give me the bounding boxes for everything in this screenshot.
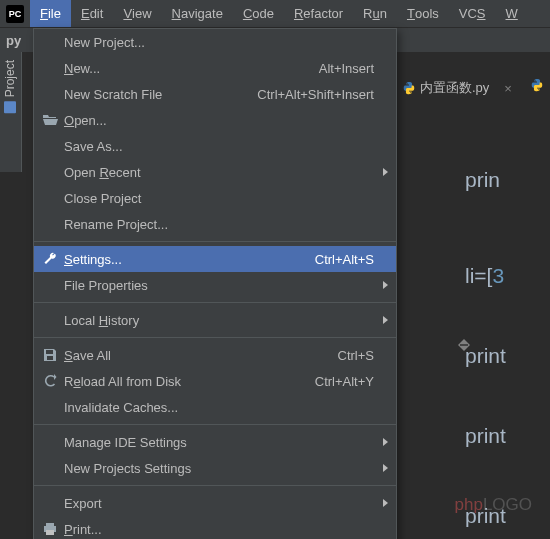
block-separator-icon [457,338,471,352]
menu-window[interactable]: W [496,0,528,27]
menu-edit[interactable]: Edit [71,0,113,27]
print-icon [42,521,58,537]
svg-rect-2 [47,356,53,360]
submenu-arrow-icon [383,316,388,324]
menu-separator [34,424,396,425]
svg-rect-0 [460,344,468,345]
svg-rect-1 [46,350,53,354]
menu-separator [34,485,396,486]
open-folder-icon [42,112,58,128]
menuitem-settings[interactable]: Settings... Ctrl+Alt+S [34,246,396,272]
menuitem-reload[interactable]: Reload All from Disk Ctrl+Alt+Y [34,368,396,394]
editor-tab[interactable]: 内置函数.py [396,76,495,100]
menuitem-open[interactable]: Open... [34,107,396,133]
menuitem-file-properties[interactable]: File Properties [34,272,396,298]
menu-run[interactable]: Run [353,0,397,27]
python-file-icon [402,81,416,95]
python-gutter-icon [530,78,544,92]
submenu-arrow-icon [383,464,388,472]
menu-view[interactable]: View [113,0,161,27]
reload-icon [42,373,58,389]
menuitem-rename-project[interactable]: Rename Project... [34,211,396,237]
code-line: li=[3 [465,256,512,296]
file-menu-dropdown: New Project... New... Alt+Insert New Scr… [33,28,397,539]
save-icon [42,347,58,363]
menuitem-invalidate-caches[interactable]: Invalidate Caches... [34,394,396,420]
tab-filename: 内置函数.py [420,79,489,97]
svg-rect-3 [46,523,54,526]
editor-tabbar: 内置函数.py × [396,76,515,100]
menu-code[interactable]: Code [233,0,284,27]
menuitem-new-scratch[interactable]: New Scratch File Ctrl+Alt+Shift+Insert [34,81,396,107]
project-tool-icon [4,101,16,113]
menuitem-local-history[interactable]: Local History [34,307,396,333]
submenu-arrow-icon [383,438,388,446]
editor-content[interactable]: prin li=[3 print print print #---- # def… [465,120,512,539]
menu-navigate[interactable]: Navigate [162,0,233,27]
menuitem-new-projects-settings[interactable]: New Projects Settings [34,455,396,481]
menuitem-print[interactable]: Print... [34,516,396,539]
app-logo: PC [0,0,30,27]
menuitem-new-project[interactable]: New Project... [34,29,396,55]
menuitem-open-recent[interactable]: Open Recent [34,159,396,185]
submenu-arrow-icon [383,281,388,289]
menu-bar: PC File Edit View Navigate Code Refactor… [0,0,550,28]
code-line: print [465,416,512,456]
submenu-arrow-icon [383,499,388,507]
menu-file[interactable]: File [30,0,71,27]
menuitem-close-project[interactable]: Close Project [34,185,396,211]
code-line: prin [465,160,512,200]
menuitem-save-all[interactable]: Save All Ctrl+S [34,342,396,368]
menu-separator [34,337,396,338]
menuitem-save-as[interactable]: Save As... [34,133,396,159]
svg-rect-5 [46,530,54,535]
menuitem-new[interactable]: New... Alt+Insert [34,55,396,81]
code-line: print [465,336,512,376]
project-toolwindow[interactable]: Project [0,52,22,172]
menu-separator [34,241,396,242]
menu-separator [34,302,396,303]
menuitem-export[interactable]: Export [34,490,396,516]
menuitem-manage-ide[interactable]: Manage IDE Settings [34,429,396,455]
wrench-icon [42,251,58,267]
tab-close-icon[interactable]: × [501,81,515,96]
menu-vcs[interactable]: VCS [449,0,496,27]
watermark: phpLOGO [455,495,533,515]
menu-refactor[interactable]: Refactor [284,0,353,27]
submenu-arrow-icon [383,168,388,176]
project-tool-label: Project [3,60,17,97]
menu-tools[interactable]: Tools [397,0,449,27]
